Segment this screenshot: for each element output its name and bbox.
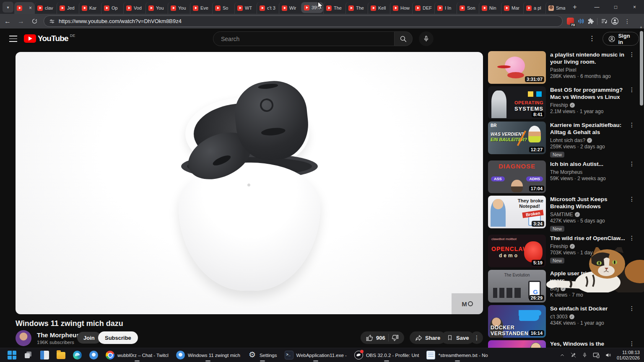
video-title[interactable]: Karriere im Spezialtiefbau: Alltag & Geh… bbox=[550, 122, 626, 136]
sidebar-video-item[interactable]: They broke Notepad! Broken 3:24 Microsof… bbox=[488, 196, 636, 232]
video-thumbnail[interactable]: They broke Notepad! Broken 3:24 bbox=[488, 196, 546, 228]
browser-tab[interactable]: WT bbox=[234, 2, 257, 14]
taskbar-clock[interactable]: 11:08:13 01/02/2026 bbox=[617, 350, 640, 361]
browser-tab[interactable]: Kell bbox=[368, 2, 390, 14]
close-button[interactable]: × bbox=[625, 0, 644, 14]
taskbar-button[interactable]: Windows 11 zwingt mich bbox=[173, 349, 244, 362]
taskbar-button[interactable] bbox=[70, 349, 85, 362]
browser-tab[interactable]: You bbox=[145, 2, 168, 14]
browser-tab[interactable]: clav bbox=[34, 2, 57, 14]
sidebar-video-item[interactable]: DOCKER VERSTANDEN 16:14 So einfach ist D… bbox=[488, 305, 636, 338]
video-player[interactable]: M bbox=[16, 52, 483, 314]
reload-button[interactable] bbox=[29, 16, 40, 27]
tab-search-chevron-icon[interactable]: ▾ bbox=[3, 2, 13, 13]
video-thumbnail[interactable]: 3:31:07 bbox=[488, 51, 546, 84]
video-channel[interactable]: The Morpheus bbox=[550, 169, 626, 175]
browser-tab[interactable]: Jed bbox=[57, 2, 79, 14]
youtube-logo[interactable]: YouTube DE bbox=[24, 34, 75, 43]
video-title[interactable]: Best OS for programming? Mac vs Windows … bbox=[550, 86, 626, 101]
new-tab-button[interactable]: + bbox=[569, 2, 580, 13]
video-title[interactable]: Microsoft Just Keeps Breaking Windows bbox=[550, 196, 626, 210]
video-options-kebab-icon[interactable]: ⋮ bbox=[629, 196, 635, 202]
taskbar-button[interactable]: wubbl0rz – Chat - Twitcl bbox=[102, 349, 172, 362]
browser-tab[interactable]: × bbox=[14, 2, 34, 14]
video-title[interactable]: Ich bin also Autist... bbox=[550, 160, 626, 168]
tray-chevron-up-icon[interactable] bbox=[560, 353, 565, 358]
sidebar-video-item[interactable]: 3:31:07 a playlist nintendo music in you… bbox=[488, 51, 636, 84]
browser-tab[interactable]: Vod bbox=[123, 2, 145, 14]
video-thumbnail[interactable]: OPERATING SYSTEMS 8:41 bbox=[488, 86, 546, 119]
minimize-button[interactable]: — bbox=[587, 0, 606, 14]
sidebar-video-item[interactable]: GOODBYE! Yes, Windows is the Problem. Au… bbox=[488, 340, 636, 348]
taskbar-button[interactable] bbox=[86, 349, 101, 362]
more-actions-kebab-icon[interactable]: ⋮ bbox=[470, 331, 483, 344]
browser-tab[interactable]: a pl bbox=[523, 2, 545, 14]
speaker-volume-icon[interactable] bbox=[605, 352, 611, 358]
browser-tab[interactable]: So bbox=[212, 2, 234, 14]
maximize-button[interactable]: □ bbox=[606, 0, 625, 14]
sign-in-button[interactable]: Sign in bbox=[602, 32, 639, 46]
hamburger-menu-icon[interactable] bbox=[9, 36, 17, 42]
browser-tab[interactable]: The bbox=[345, 2, 368, 14]
tab-close-icon[interactable]: × bbox=[29, 5, 32, 11]
browser-tab[interactable]: DEF bbox=[412, 2, 434, 14]
browser-tab[interactable]: Eve bbox=[190, 2, 212, 14]
taskbar-button[interactable] bbox=[37, 349, 52, 362]
browser-tab[interactable]: Sma bbox=[545, 2, 568, 14]
browser-tab[interactable]: Kar bbox=[79, 2, 101, 14]
browser-tab[interactable]: c't 3 bbox=[257, 2, 279, 14]
video-options-kebab-icon[interactable]: ⋮ bbox=[629, 160, 635, 167]
video-channel[interactable]: Fireship✓ bbox=[550, 102, 626, 108]
video-title[interactable]: Yes, Windows is the Problem. bbox=[550, 340, 626, 348]
url-text[interactable]: https://www.youtube.com/watch?v=DhVOkm8B… bbox=[59, 18, 182, 24]
video-options-kebab-icon[interactable]: ⋮ bbox=[629, 305, 635, 312]
cast-screen-icon[interactable] bbox=[593, 352, 600, 359]
back-button[interactable]: ← bbox=[2, 16, 13, 27]
browser-tab[interactable]: The bbox=[323, 2, 345, 14]
video-channel[interactable]: Pastel Pixel bbox=[550, 67, 626, 73]
video-channel[interactable]: SAMTIME✓ bbox=[550, 212, 626, 217]
like-icon[interactable] bbox=[366, 334, 373, 341]
sidebar-video-item[interactable]: OPERATING SYSTEMS 8:41 Best OS for progr… bbox=[488, 86, 636, 119]
address-bar[interactable]: https://www.youtube.com/watch?v=DhVOkm8B… bbox=[44, 16, 563, 27]
extension-red-icon[interactable]: 73 bbox=[567, 18, 574, 25]
taskbar-button[interactable] bbox=[53, 349, 69, 362]
tray-microphone-icon[interactable] bbox=[582, 352, 587, 358]
browser-tab[interactable]: I In bbox=[434, 2, 457, 14]
browser-tab[interactable]: Son bbox=[457, 2, 479, 14]
video-title[interactable]: The wild rise of OpenClaw... bbox=[550, 235, 626, 242]
video-thumbnail[interactable]: DIAGNOSE ASS ADHS 17:04 bbox=[488, 160, 546, 193]
video-thumbnail[interactable]: WAS VERDIENT EIN BAULEITER? BR 12:27 bbox=[488, 122, 546, 154]
browser-profile-avatar-icon[interactable] bbox=[611, 17, 619, 25]
voice-search-button[interactable] bbox=[419, 31, 434, 46]
subscribe-button[interactable]: Subscribe bbox=[98, 331, 138, 344]
channel-avatar[interactable] bbox=[16, 330, 31, 346]
dislike-icon[interactable] bbox=[392, 334, 399, 341]
share-button[interactable]: Share bbox=[410, 331, 446, 344]
taskbar-button[interactable]: Settings bbox=[244, 349, 280, 362]
taskbar-button[interactable]: *streamthemen.txt - No bbox=[423, 349, 491, 362]
channel-name[interactable]: The Morpheus bbox=[37, 331, 80, 339]
browser-menu-kebab-icon[interactable]: ⋮ bbox=[622, 18, 633, 25]
video-options-kebab-icon[interactable]: ⋮ bbox=[629, 340, 635, 347]
video-thumbnail[interactable]: DOCKER VERSTANDEN 16:14 bbox=[488, 305, 546, 338]
pen-disabled-icon[interactable] bbox=[570, 352, 576, 358]
video-thumbnail[interactable]: The Evolution G 26:29 bbox=[488, 270, 546, 303]
video-thumbnail[interactable]: GOODBYE! bbox=[488, 340, 546, 348]
taskbar-button[interactable] bbox=[21, 349, 36, 362]
video-options-kebab-icon[interactable]: ⋮ bbox=[629, 51, 635, 58]
taskbar-button[interactable]: OBS 32.0.2 - Profile: Unt bbox=[351, 349, 423, 362]
taskbar-button[interactable]: WebApplication11.exe - bbox=[281, 349, 350, 362]
browser-tab[interactable]: You bbox=[168, 2, 190, 14]
youtube-settings-kebab-icon[interactable]: ⋮ bbox=[589, 34, 595, 42]
site-settings-tune-icon[interactable] bbox=[49, 18, 55, 24]
sidebar-video-item[interactable]: DIAGNOSE ASS ADHS 17:04 Ich bin also Aut… bbox=[488, 160, 636, 193]
save-button[interactable]: Save bbox=[441, 331, 474, 344]
taskbar-button[interactable] bbox=[4, 349, 20, 362]
video-options-kebab-icon[interactable]: ⋮ bbox=[629, 122, 635, 128]
like-count[interactable]: 906 bbox=[376, 335, 385, 341]
video-channel[interactable]: c't 3003✓ bbox=[550, 314, 626, 320]
video-channel[interactable]: Lohnt sich das?✓ bbox=[550, 137, 626, 143]
extensions-puzzle-icon[interactable] bbox=[587, 18, 594, 25]
video-options-kebab-icon[interactable]: ⋮ bbox=[629, 86, 635, 93]
